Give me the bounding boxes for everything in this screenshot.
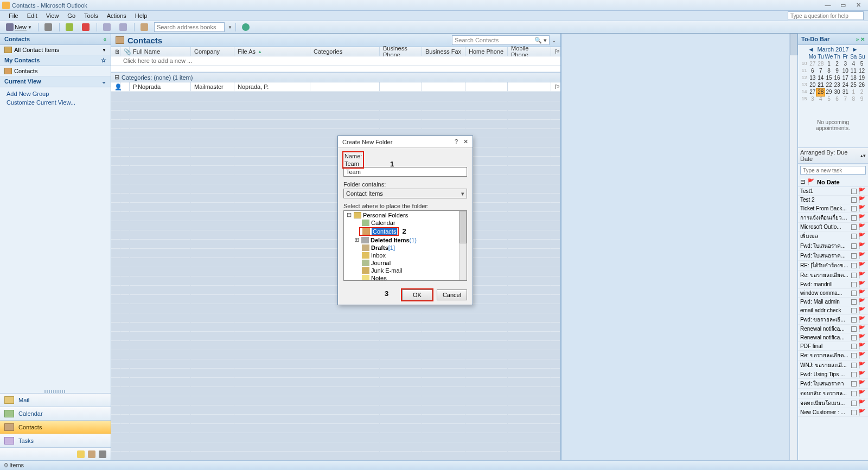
nav-tasks[interactable]: Tasks xyxy=(0,434,111,447)
task-item[interactable]: ตอบกลับ: ขอรายล...🚩 xyxy=(798,389,868,398)
search-contacts-input[interactable]: Search Contacts 🔍 ▾ xyxy=(452,35,550,45)
task-item[interactable]: New Customer : ...🚩 xyxy=(798,408,868,417)
nav-mail[interactable]: Mail xyxy=(0,393,111,407)
arranged-by-header[interactable]: Arranged By: Due Date▴▾ xyxy=(798,147,868,164)
close-button[interactable]: ✕ xyxy=(851,1,866,10)
folder-tree[interactable]: ⊟Personal Folders Calendar Contacts 2 ⊞D… xyxy=(343,210,467,281)
calendar-day[interactable]: 12 xyxy=(858,68,866,75)
flag-icon[interactable]: 🚩 xyxy=(858,214,866,221)
flag-icon[interactable]: 🚩 xyxy=(858,196,866,203)
calendar-day[interactable]: 7 xyxy=(841,96,850,103)
calendar-day[interactable]: 1 xyxy=(850,89,858,96)
task-checkbox[interactable] xyxy=(851,372,857,377)
calendar-day[interactable]: 21 xyxy=(816,82,825,89)
task-checkbox[interactable] xyxy=(851,381,857,387)
task-checkbox[interactable] xyxy=(851,410,857,415)
task-checkbox[interactable] xyxy=(851,326,857,332)
col-attach[interactable]: 📎 xyxy=(120,47,130,56)
menu-go[interactable]: Go xyxy=(63,11,80,20)
customize-view-link[interactable]: Customize Current View... xyxy=(7,98,104,107)
task-item[interactable]: Fwd: Using Tips ...🚩 xyxy=(798,370,868,379)
nav-calendar[interactable]: Calendar xyxy=(0,407,111,420)
menu-help[interactable]: Help xyxy=(131,11,152,20)
task-checkbox[interactable] xyxy=(851,291,857,296)
flag-icon[interactable]: 🚩 xyxy=(858,262,866,269)
task-checkbox[interactable] xyxy=(851,234,857,239)
category-group-header[interactable]: ⊟ Categories: (none) (1 item) xyxy=(111,72,560,82)
calendar-day[interactable]: 16 xyxy=(833,75,841,82)
calendar-day[interactable]: 30 xyxy=(833,89,841,96)
task-checkbox[interactable] xyxy=(851,391,857,396)
col-fullname[interactable]: Full Name xyxy=(130,47,191,56)
next-month-icon[interactable]: ► xyxy=(852,46,858,53)
cancel-button[interactable]: Cancel xyxy=(437,289,467,300)
calendar-day[interactable]: 4 xyxy=(816,96,825,103)
calendar-day[interactable]: 26 xyxy=(858,82,866,89)
flag-icon[interactable]: 🚩 xyxy=(858,380,866,387)
dialog-close-icon[interactable]: ✕ xyxy=(463,138,468,145)
task-checkbox[interactable] xyxy=(851,344,857,349)
task-checkbox[interactable] xyxy=(851,308,857,313)
calendar-day[interactable]: 24 xyxy=(841,82,850,89)
calendar-day[interactable]: 7 xyxy=(816,68,825,75)
flag-icon[interactable]: 🚩 xyxy=(858,390,866,397)
task-checkbox[interactable] xyxy=(851,299,857,305)
task-checkbox[interactable] xyxy=(851,253,857,259)
row-flag[interactable]: 🏳 xyxy=(551,82,560,91)
task-checkbox[interactable] xyxy=(851,263,857,268)
calendar-day[interactable]: 28 xyxy=(816,89,825,96)
task-checkbox[interactable] xyxy=(851,224,857,230)
add-new-group-link[interactable]: Add New Group xyxy=(7,89,104,98)
task-item[interactable]: จดทะเบียนโดเมน...🚩 xyxy=(798,398,868,408)
collapse-nav-icon[interactable]: « xyxy=(103,36,106,42)
calendar-day[interactable]: 5 xyxy=(825,96,833,103)
card-view-button[interactable] xyxy=(100,22,114,33)
calendar-day[interactable]: 31 xyxy=(841,89,850,96)
calendar-day[interactable]: 4 xyxy=(850,61,858,68)
col-bizphone[interactable]: Business Phone xyxy=(380,47,422,56)
calendar-day[interactable]: 9 xyxy=(858,96,866,103)
menu-file[interactable]: File xyxy=(4,11,23,20)
my-contacts-header[interactable]: My Contacts☆ xyxy=(0,55,111,66)
current-view-header[interactable]: Current View⌄ xyxy=(0,76,111,87)
task-checkbox[interactable] xyxy=(851,363,857,368)
calendar-day[interactable]: 15 xyxy=(825,75,833,82)
flag-icon[interactable]: 🚩 xyxy=(858,371,866,378)
task-checkbox[interactable] xyxy=(851,335,857,340)
task-item[interactable]: Fwd: ใบเสนอราค...🚩 xyxy=(798,251,868,261)
calendar-day[interactable]: 18 xyxy=(850,75,858,82)
shortcuts-mini-icon[interactable] xyxy=(99,450,106,458)
task-checkbox[interactable] xyxy=(851,401,857,406)
task-item[interactable]: WNJ: ขอรายละเอี...🚩 xyxy=(798,360,868,370)
calendar-day[interactable]: 2 xyxy=(833,61,841,68)
flag-icon[interactable]: 🚩 xyxy=(858,242,866,249)
calendar-day[interactable]: 29 xyxy=(825,89,833,96)
task-group-header[interactable]: ⊟ 🚩 No Date xyxy=(798,177,868,187)
task-checkbox[interactable] xyxy=(851,206,857,211)
calendar-day[interactable]: 20 xyxy=(808,82,816,89)
task-checkbox[interactable] xyxy=(851,189,857,194)
calendar-day[interactable]: 2 xyxy=(858,89,866,96)
col-flag[interactable]: 🏳 xyxy=(551,47,560,56)
task-item[interactable]: Fwd: mandrill🚩 xyxy=(798,280,868,289)
task-checkbox[interactable] xyxy=(851,273,857,278)
calendar-day[interactable]: 25 xyxy=(850,82,858,89)
calendar-day[interactable]: 3 xyxy=(841,61,850,68)
new-contact-row[interactable]: Click here to add a new ... xyxy=(111,56,560,66)
calendar-day[interactable]: 8 xyxy=(850,96,858,103)
task-checkbox[interactable] xyxy=(851,243,857,249)
col-homephone[interactable]: Home Phone xyxy=(465,47,508,56)
task-item[interactable]: Microsoft Outlo...🚩 xyxy=(798,223,868,231)
folder-mini-icon[interactable] xyxy=(88,450,95,458)
calendar-day[interactable]: 1 xyxy=(825,61,833,68)
flag-icon[interactable]: 🚩 xyxy=(858,334,866,341)
task-item[interactable]: Fwd: ใบเสนอราค...🚩 xyxy=(798,241,868,251)
tree-scrollbar[interactable] xyxy=(459,211,467,280)
flag-icon[interactable]: 🚩 xyxy=(858,325,866,332)
contacts-folder[interactable]: Contacts xyxy=(0,66,111,76)
menu-view[interactable]: View xyxy=(42,11,63,20)
categorize-button[interactable] xyxy=(63,22,77,33)
print-button[interactable] xyxy=(42,22,56,33)
task-checkbox[interactable] xyxy=(851,353,857,358)
task-item[interactable]: Test 2🚩 xyxy=(798,196,868,204)
